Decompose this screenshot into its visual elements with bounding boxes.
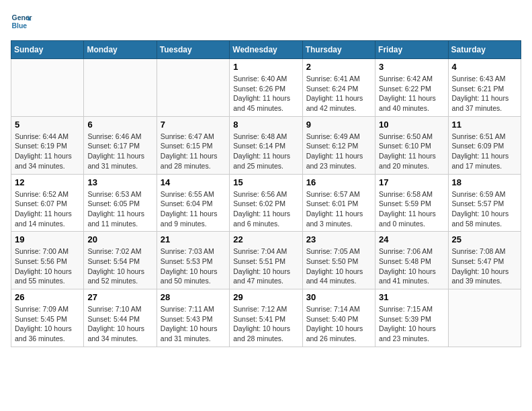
day-number: 18 [452, 177, 517, 187]
day-info: Sunrise: 6:42 AM Sunset: 6:22 PM Dayligh… [379, 74, 444, 113]
calendar-cell: 18Sunrise: 6:59 AM Sunset: 5:57 PM Dayli… [448, 174, 521, 232]
week-row-4: 19Sunrise: 7:00 AM Sunset: 5:56 PM Dayli… [11, 232, 521, 289]
day-number: 21 [161, 234, 226, 244]
calendar-cell: 14Sunrise: 6:55 AM Sunset: 6:04 PM Dayli… [157, 174, 229, 232]
calendar-cell: 15Sunrise: 6:56 AM Sunset: 6:02 PM Dayli… [230, 174, 302, 232]
week-row-5: 26Sunrise: 7:09 AM Sunset: 5:45 PM Dayli… [11, 289, 521, 347]
day-number: 8 [233, 120, 298, 130]
calendar-cell: 25Sunrise: 7:08 AM Sunset: 5:47 PM Dayli… [448, 232, 521, 289]
day-number: 5 [15, 120, 80, 130]
week-row-1: 1Sunrise: 6:40 AM Sunset: 6:26 PM Daylig… [11, 59, 521, 117]
day-info: Sunrise: 6:53 AM Sunset: 6:05 PM Dayligh… [87, 189, 152, 229]
calendar-cell: 23Sunrise: 7:05 AM Sunset: 5:50 PM Dayli… [302, 232, 375, 289]
calendar-cell: 26Sunrise: 7:09 AM Sunset: 5:45 PM Dayli… [11, 289, 84, 347]
day-info: Sunrise: 6:55 AM Sunset: 6:04 PM Dayligh… [161, 189, 226, 229]
day-number: 11 [452, 120, 517, 130]
calendar-cell: 31Sunrise: 7:15 AM Sunset: 5:39 PM Dayli… [375, 289, 448, 347]
calendar-cell: 30Sunrise: 7:14 AM Sunset: 5:40 PM Dayli… [302, 289, 375, 347]
day-number: 31 [379, 292, 444, 302]
day-info: Sunrise: 7:08 AM Sunset: 5:47 PM Dayligh… [452, 246, 517, 286]
day-number: 9 [306, 120, 371, 130]
day-number: 26 [15, 292, 80, 302]
day-number: 22 [233, 234, 298, 244]
day-info: Sunrise: 6:40 AM Sunset: 6:26 PM Dayligh… [233, 74, 298, 113]
calendar-cell: 17Sunrise: 6:58 AM Sunset: 5:59 PM Dayli… [375, 174, 448, 232]
day-number: 15 [233, 177, 298, 187]
day-number: 2 [306, 62, 371, 72]
day-info: Sunrise: 7:04 AM Sunset: 5:51 PM Dayligh… [233, 246, 298, 286]
day-number: 24 [379, 234, 444, 244]
day-info: Sunrise: 7:12 AM Sunset: 5:41 PM Dayligh… [233, 304, 298, 344]
day-info: Sunrise: 6:52 AM Sunset: 6:07 PM Dayligh… [15, 189, 80, 229]
week-row-2: 5Sunrise: 6:44 AM Sunset: 6:19 PM Daylig… [11, 116, 521, 174]
calendar-cell: 19Sunrise: 7:00 AM Sunset: 5:56 PM Dayli… [11, 232, 84, 289]
day-info: Sunrise: 6:51 AM Sunset: 6:09 PM Dayligh… [452, 132, 517, 171]
calendar-cell: 4Sunrise: 6:43 AM Sunset: 6:21 PM Daylig… [448, 59, 521, 117]
calendar-cell: 11Sunrise: 6:51 AM Sunset: 6:09 PM Dayli… [448, 116, 521, 174]
day-info: Sunrise: 6:59 AM Sunset: 5:57 PM Dayligh… [452, 189, 517, 229]
calendar-cell: 27Sunrise: 7:10 AM Sunset: 5:44 PM Dayli… [84, 289, 157, 347]
calendar-cell: 6Sunrise: 6:46 AM Sunset: 6:17 PM Daylig… [84, 116, 157, 174]
day-header-sunday: Sunday [11, 41, 84, 59]
day-info: Sunrise: 6:44 AM Sunset: 6:19 PM Dayligh… [15, 132, 80, 171]
day-info: Sunrise: 7:03 AM Sunset: 5:53 PM Dayligh… [161, 246, 226, 286]
calendar-cell [448, 289, 521, 347]
day-info: Sunrise: 6:41 AM Sunset: 6:24 PM Dayligh… [306, 74, 371, 113]
calendar-cell: 1Sunrise: 6:40 AM Sunset: 6:26 PM Daylig… [230, 59, 302, 117]
day-number: 28 [161, 292, 226, 302]
day-info: Sunrise: 6:49 AM Sunset: 6:12 PM Dayligh… [306, 132, 371, 171]
day-info: Sunrise: 7:09 AM Sunset: 5:45 PM Dayligh… [15, 304, 80, 344]
calendar-header: SundayMondayTuesdayWednesdayThursdayFrid… [11, 41, 521, 59]
day-number: 6 [87, 120, 152, 130]
calendar-cell: 21Sunrise: 7:03 AM Sunset: 5:53 PM Dayli… [157, 232, 229, 289]
day-info: Sunrise: 6:47 AM Sunset: 6:15 PM Dayligh… [161, 132, 226, 171]
day-number: 27 [87, 292, 152, 302]
day-number: 17 [379, 177, 444, 187]
day-header-saturday: Saturday [448, 41, 521, 59]
day-number: 14 [161, 177, 226, 187]
calendar-table: SundayMondayTuesdayWednesdayThursdayFrid… [11, 40, 521, 347]
calendar-cell: 5Sunrise: 6:44 AM Sunset: 6:19 PM Daylig… [11, 116, 84, 174]
calendar-cell: 9Sunrise: 6:49 AM Sunset: 6:12 PM Daylig… [302, 116, 375, 174]
calendar-cell: 20Sunrise: 7:02 AM Sunset: 5:54 PM Dayli… [84, 232, 157, 289]
day-number: 4 [452, 62, 517, 72]
day-number: 13 [87, 177, 152, 187]
day-info: Sunrise: 7:14 AM Sunset: 5:40 PM Dayligh… [306, 304, 371, 344]
calendar-cell: 10Sunrise: 6:50 AM Sunset: 6:10 PM Dayli… [375, 116, 448, 174]
day-info: Sunrise: 7:06 AM Sunset: 5:48 PM Dayligh… [379, 246, 444, 286]
day-number: 23 [306, 234, 371, 244]
day-info: Sunrise: 6:48 AM Sunset: 6:14 PM Dayligh… [233, 132, 298, 171]
calendar-cell: 28Sunrise: 7:11 AM Sunset: 5:43 PM Dayli… [157, 289, 229, 347]
week-row-3: 12Sunrise: 6:52 AM Sunset: 6:07 PM Dayli… [11, 174, 521, 232]
day-header-friday: Friday [375, 41, 448, 59]
svg-text:Blue: Blue [12, 22, 28, 30]
day-info: Sunrise: 7:00 AM Sunset: 5:56 PM Dayligh… [15, 246, 80, 286]
day-number: 25 [452, 234, 517, 244]
day-info: Sunrise: 6:50 AM Sunset: 6:10 PM Dayligh… [379, 132, 444, 171]
calendar-cell: 12Sunrise: 6:52 AM Sunset: 6:07 PM Dayli… [11, 174, 84, 232]
day-info: Sunrise: 6:46 AM Sunset: 6:17 PM Dayligh… [87, 132, 152, 171]
logo-icon: General Blue [11, 11, 32, 32]
day-header-thursday: Thursday [302, 41, 375, 59]
day-info: Sunrise: 6:58 AM Sunset: 5:59 PM Dayligh… [379, 189, 444, 229]
calendar-cell [11, 59, 84, 117]
day-number: 19 [15, 234, 80, 244]
day-number: 29 [233, 292, 298, 302]
day-header-tuesday: Tuesday [157, 41, 229, 59]
calendar-cell: 3Sunrise: 6:42 AM Sunset: 6:22 PM Daylig… [375, 59, 448, 117]
day-info: Sunrise: 6:43 AM Sunset: 6:21 PM Dayligh… [452, 74, 517, 113]
logo: General Blue [11, 11, 32, 32]
page-header: General Blue [11, 11, 521, 32]
day-info: Sunrise: 6:57 AM Sunset: 6:01 PM Dayligh… [306, 189, 371, 229]
day-info: Sunrise: 7:10 AM Sunset: 5:44 PM Dayligh… [87, 304, 152, 344]
calendar-cell: 8Sunrise: 6:48 AM Sunset: 6:14 PM Daylig… [230, 116, 302, 174]
calendar-cell [84, 59, 157, 117]
day-number: 7 [161, 120, 226, 130]
day-number: 16 [306, 177, 371, 187]
day-number: 12 [15, 177, 80, 187]
day-number: 3 [379, 62, 444, 72]
calendar-cell: 16Sunrise: 6:57 AM Sunset: 6:01 PM Dayli… [302, 174, 375, 232]
day-info: Sunrise: 7:11 AM Sunset: 5:43 PM Dayligh… [161, 304, 226, 344]
day-header-wednesday: Wednesday [230, 41, 302, 59]
calendar-cell: 13Sunrise: 6:53 AM Sunset: 6:05 PM Dayli… [84, 174, 157, 232]
